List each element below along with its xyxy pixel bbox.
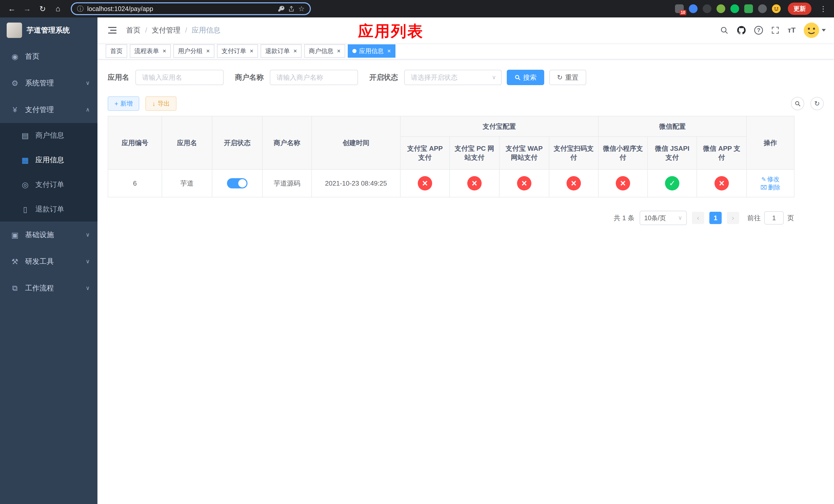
status-toggle[interactable] [227,178,247,188]
page-content: 应用名 商户名称 开启状态 请选择开启状态 ∨ 搜索 [97,60,834,504]
extension-icon-6[interactable] [744,4,753,13]
sidebar-item-dev-tools[interactable]: ⚒ 研发工具 ∨ [0,248,97,275]
extension-icon-5[interactable] [730,4,739,13]
browser-update-button[interactable]: 更新 [788,3,811,15]
sidebar-item-app-info[interactable]: ▦ 应用信息 [0,148,97,172]
sidebar-item-pay-orders[interactable]: ◎ 支付订单 [0,172,97,197]
sidebar-item-workflow[interactable]: ⧉ 工作流程 ∨ [0,275,97,301]
close-tab-icon[interactable]: × [387,48,391,54]
sidebar-item-infrastructure[interactable]: ▣ 基础设施 ∨ [0,222,97,248]
refresh-icon: ↻ [557,74,563,81]
password-key-icon[interactable] [278,5,284,12]
sidebar-item-label: 系统管理 [25,78,54,88]
page-number-1[interactable]: 1 [709,212,722,224]
refresh-table-icon[interactable]: ↻ [810,97,824,110]
close-tab-icon[interactable]: × [337,48,341,54]
user-avatar[interactable] [804,23,826,38]
browser-home-icon[interactable]: ⌂ [51,2,65,15]
cell-status [212,169,262,197]
goto-label: 前往 [747,213,761,223]
col-alipay-qr: 支付宝扫码支付 [549,137,598,169]
sidebar-logo[interactable]: 芋道管理系统 [0,18,97,43]
merchant-name-input[interactable] [270,70,358,85]
status-select[interactable]: 请选择开启状态 ∨ [404,70,502,85]
tab-user-group[interactable]: 用户分组 × [173,44,214,58]
fullscreen-icon[interactable] [771,26,780,35]
font-size-icon[interactable] [788,26,795,35]
search-button[interactable]: 搜索 [507,70,544,85]
bookmark-star-icon[interactable]: ☆ [298,5,305,13]
col-actions: 操作 [747,116,794,169]
add-button[interactable]: + 新增 [108,96,139,111]
next-page-button[interactable]: › [727,212,739,224]
cell-app-id: 6 [108,169,162,197]
sidebar: 芋道管理系统 ◉ 首页 ⚙ 系统管理 ∨ ¥ 支付管理 ∧ [0,18,97,504]
app-name-label: 应用名 [108,72,129,82]
extension-icon-1[interactable]: 10 [675,4,684,13]
sidebar-item-refund-orders[interactable]: ▯ 退款订单 [0,197,97,222]
app-table: 应用编号 应用名 开启状态 商户名称 创建时间 支付宝配置 微信配置 操作 支付… [108,116,794,198]
prev-page-button[interactable]: ‹ [692,212,704,224]
tab-app-info[interactable]: 应用信息 × [348,44,395,58]
tab-refund-orders[interactable]: 退款订单 × [261,44,302,58]
cell-actions: ✎修改⌧删除 [747,169,794,197]
app-name-input[interactable] [135,70,224,85]
sidebar-item-system[interactable]: ⚙ 系统管理 ∨ [0,70,97,96]
search-icon[interactable] [720,26,729,35]
wechat-app-disabled-icon [715,176,729,190]
browser-forward-icon[interactable]: → [21,2,34,15]
close-tab-icon[interactable]: × [250,48,254,54]
col-app-id: 应用编号 [108,116,162,169]
delete-link[interactable]: ⌧删除 [761,184,780,191]
sidebar-item-payment[interactable]: ¥ 支付管理 ∧ [0,96,97,123]
goto-page-input[interactable] [764,211,784,225]
edit-link[interactable]: ✎修改 [762,176,780,183]
group-wechat-config: 微信配置 [598,116,747,137]
sidebar-item-label: 退款订单 [36,204,64,214]
browser-menu-icon[interactable]: ⋮ [818,5,829,13]
extension-icon-3[interactable] [703,4,711,13]
caret-down-icon [822,29,826,31]
browser-back-icon[interactable]: ← [5,2,19,15]
search-form: 应用名 商户名称 开启状态 请选择开启状态 ∨ 搜索 [108,70,824,85]
export-button[interactable]: ↓ 导出 [146,96,176,111]
tools-icon: ⚒ [9,257,21,266]
payment-submenu: ▤ 商户信息 ▦ 应用信息 ◎ 支付订单 ▯ 退款订单 [0,123,97,222]
site-info-icon[interactable]: ⓘ [77,5,84,12]
tab-home[interactable]: 首页 [106,44,127,58]
share-icon[interactable] [288,5,295,12]
breadcrumb-payment[interactable]: 支付管理 [152,25,180,35]
browser-reload-icon[interactable]: ↻ [36,2,49,15]
reset-button[interactable]: ↻ 重置 [549,70,586,85]
help-icon[interactable] [754,26,763,35]
sidebar-item-label: 基础设施 [25,230,54,240]
document-icon: ▯ [20,205,31,214]
github-icon[interactable] [737,26,746,35]
sidebar-item-merchant-info[interactable]: ▤ 商户信息 [0,123,97,148]
toggle-search-icon[interactable] [791,97,804,110]
tab-process-form[interactable]: 流程表单 × [130,44,171,58]
extension-icon-2[interactable] [689,4,698,13]
sidebar-item-home[interactable]: ◉ 首页 [0,43,97,70]
url-text[interactable]: localhost:1024/pay/app [87,5,274,13]
cell-created: 2021-10-23 08:49:25 [312,169,400,197]
close-tab-icon[interactable]: × [293,48,297,54]
chevron-down-icon: ∨ [86,258,90,265]
close-tab-icon[interactable]: × [206,48,210,54]
page-size-select[interactable]: 10条/页 ∨ [640,211,687,225]
sidebar-item-label: 工作流程 [25,283,54,293]
extension-icon-7[interactable] [758,4,767,13]
tab-pay-orders[interactable]: 支付订单 × [217,44,258,58]
breadcrumb-separator: / [145,26,147,35]
extension-icon-4[interactable] [717,4,725,13]
pagination: 共 1 条 10条/页 ∨ ‹ 1 › 前往 页 [108,211,794,225]
tab-merchant-info[interactable]: 商户信息 × [304,44,345,58]
alipay-wap-disabled-icon [517,176,531,190]
close-tab-icon[interactable]: × [162,48,166,54]
breadcrumb-home[interactable]: 首页 [126,25,140,35]
group-alipay-config: 支付宝配置 [400,116,598,137]
cell-app-name: 芋道 [162,169,212,197]
extension-icon-8[interactable] [772,4,781,13]
collapse-sidebar-icon[interactable] [106,24,119,36]
address-bar[interactable]: ⓘ localhost:1024/pay/app ☆ [71,2,311,15]
